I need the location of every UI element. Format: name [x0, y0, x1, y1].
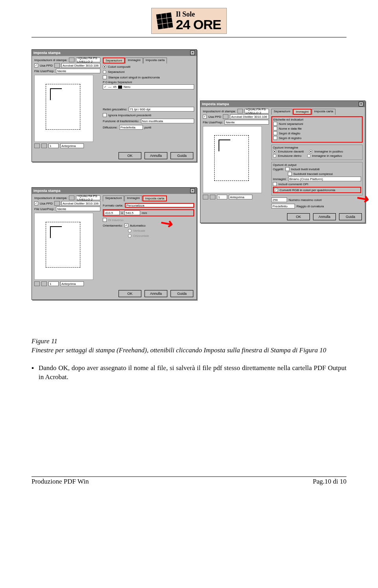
- preview-combo[interactable]: Anteprima: [60, 281, 84, 286]
- settings-combo[interactable]: +QUALITA PS LIVELLO 2: [245, 109, 269, 114]
- img-options-title: Opzioni Immagine: [273, 146, 361, 149]
- crop-checkbox[interactable]: [273, 131, 277, 135]
- ppd-browse-button[interactable]: [54, 63, 60, 68]
- page-num-field[interactable]: 1: [48, 143, 59, 148]
- help-button[interactable]: Guida: [339, 213, 362, 220]
- ignore-checkbox[interactable]: [103, 113, 107, 117]
- tab-separations[interactable]: Separazioni: [103, 58, 125, 63]
- nav-next-button[interactable]: [210, 195, 215, 199]
- format-combo[interactable]: Personalizza: [125, 203, 194, 208]
- incl-invisible-checkbox[interactable]: [285, 167, 289, 171]
- ppd-browse-button[interactable]: [223, 114, 228, 119]
- convert-rgb-checkbox[interactable]: ✓: [274, 188, 278, 192]
- use-ppd-checkbox[interactable]: ✓: [203, 115, 207, 119]
- cancel-button[interactable]: Annulla: [145, 152, 167, 159]
- img-neg-radio[interactable]: [307, 154, 311, 158]
- ok-button[interactable]: OK: [119, 290, 141, 297]
- sep-name: Nero: [124, 85, 130, 89]
- ok-button[interactable]: OK: [119, 152, 141, 159]
- auto-checkbox[interactable]: ✓: [124, 223, 128, 227]
- tab-paper[interactable]: Imposta carta: [143, 58, 167, 63]
- vertical-radio[interactable]: [128, 229, 132, 233]
- preview-combo[interactable]: Anteprima: [229, 195, 252, 199]
- ppd-field[interactable]: Acrobat Distiller 3010.106: [230, 114, 269, 119]
- logo: Il Sole 24 ORE: [151, 8, 227, 34]
- use-ppd-checkbox[interactable]: ✓: [34, 63, 38, 67]
- tab-paper[interactable]: Imposta carta: [312, 109, 335, 115]
- nav-prev-button[interactable]: [34, 281, 40, 286]
- traverse-checkbox[interactable]: [103, 218, 107, 222]
- close-icon[interactable]: ×: [359, 102, 363, 106]
- plus-button[interactable]: [237, 109, 243, 114]
- reg-checkbox[interactable]: [273, 136, 277, 140]
- logo-icon: [156, 13, 173, 30]
- help-button[interactable]: Guida: [170, 290, 193, 297]
- separations-radio[interactable]: [103, 70, 106, 74]
- max-colors-field[interactable]: 256: [271, 197, 287, 202]
- emul-back-radio[interactable]: [273, 154, 276, 158]
- screen-combo[interactable]: 71 lpi / 600 dpi: [129, 107, 194, 112]
- dialog-separations: Imposta stampa × Impostazioni di stampa:…: [32, 49, 197, 162]
- img-pos-radio[interactable]: [309, 150, 313, 153]
- nav-prev-button[interactable]: [34, 143, 40, 148]
- format-label: Formato carta:: [103, 204, 123, 207]
- orient-label: Orientamento:: [103, 224, 123, 227]
- names-sep-checkbox[interactable]: [273, 122, 277, 126]
- close-icon[interactable]: ×: [190, 50, 195, 55]
- nav-next-button[interactable]: [41, 281, 47, 286]
- cancel-button[interactable]: Annulla: [145, 290, 167, 297]
- userprep-field[interactable]: Niente: [56, 207, 100, 211]
- settings-combo[interactable]: +QUALITA PS LIVELLO 2: [76, 195, 100, 200]
- cancel-button[interactable]: Annulla: [313, 213, 336, 220]
- userprep-label: File UserPrep:: [34, 207, 54, 211]
- diffusion-combo[interactable]: Predefinita: [119, 125, 143, 130]
- split-complex-checkbox[interactable]: [288, 172, 292, 176]
- figure-number: Figure 11: [32, 337, 346, 346]
- settings-combo[interactable]: +QUALITA PS LIVELLO 2: [76, 58, 100, 62]
- separations-label: Separazioni: [108, 70, 124, 74]
- footer-left: Produzione PDF Win: [32, 478, 89, 486]
- dialog-title: Imposta stampa: [202, 102, 229, 106]
- help-button[interactable]: Guida: [170, 152, 193, 159]
- nav-next-button[interactable]: [41, 143, 47, 148]
- page-num-field[interactable]: 1: [48, 281, 59, 286]
- preview-combo[interactable]: Anteprima: [60, 143, 84, 148]
- incl-opi-checkbox[interactable]: [273, 182, 277, 186]
- tab-images[interactable]: Immagini: [293, 109, 311, 115]
- ppd-browse-button[interactable]: [54, 201, 60, 206]
- ppd-field[interactable]: Acrobat Distiller 3010.106: [61, 201, 100, 206]
- page-footer: Produzione PDF Win Pag.10 di 10: [32, 476, 346, 486]
- transfer-combo[interactable]: Non modificata: [141, 119, 195, 123]
- dim-unit: mm: [142, 211, 147, 215]
- width-field[interactable]: 410.5: [104, 210, 120, 215]
- tab-paper[interactable]: Imposta carta: [143, 195, 167, 201]
- curvature-label: Raggio di curvatura: [296, 205, 324, 208]
- ok-button[interactable]: OK: [287, 213, 310, 220]
- tab-separations[interactable]: Separazioni: [103, 195, 124, 201]
- page-preview: [34, 213, 93, 280]
- height-field[interactable]: 540.5: [124, 210, 140, 215]
- plus-button[interactable]: [69, 195, 74, 200]
- composite-radio[interactable]: [103, 65, 106, 69]
- print-single-checkbox[interactable]: [103, 75, 107, 79]
- ppd-field[interactable]: Acrobat Distiller 3010.106: [61, 63, 100, 68]
- page-num-field[interactable]: 1: [217, 195, 227, 199]
- plus-button[interactable]: [69, 58, 74, 62]
- userprep-field[interactable]: Niente: [224, 120, 269, 125]
- use-ppd-checkbox[interactable]: ✓: [34, 201, 38, 205]
- horizontal-radio[interactable]: [128, 234, 132, 238]
- close-icon[interactable]: ×: [190, 188, 195, 193]
- auto-label: Automatico: [130, 224, 146, 227]
- name-date-checkbox[interactable]: [273, 127, 277, 130]
- tab-separations[interactable]: Separazioni: [271, 109, 293, 115]
- tab-images[interactable]: Immagini: [124, 195, 142, 201]
- tab-images[interactable]: Immagini: [125, 58, 143, 63]
- nav-prev-button[interactable]: [203, 195, 208, 199]
- emul-front-radio[interactable]: [273, 150, 276, 153]
- userprep-field[interactable]: Niente: [56, 69, 100, 73]
- bullet-text: Dando OK, dopo aver assegnato il nome al…: [39, 364, 346, 382]
- curvature-combo[interactable]: Predefinito: [271, 204, 295, 208]
- bullet-icon: ▪: [32, 364, 34, 382]
- labels-group: Etichette ed indicatori Nomi separazioni…: [271, 116, 363, 143]
- images-combo[interactable]: Binario (Cross Platform): [288, 177, 361, 181]
